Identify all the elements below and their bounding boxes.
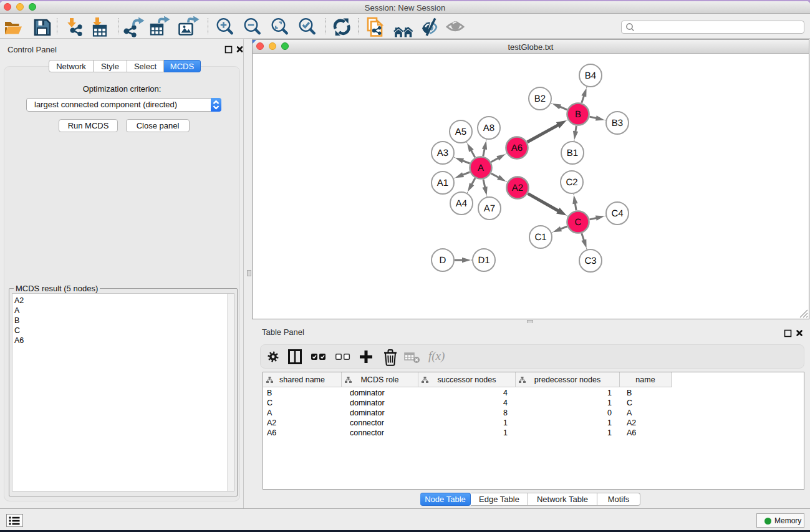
svg-text:A6: A6: [511, 143, 523, 153]
svg-text:A5: A5: [455, 127, 466, 137]
svg-text:B2: B2: [534, 94, 546, 104]
svg-text:C2: C2: [566, 177, 577, 188]
svg-text:D: D: [440, 255, 446, 266]
svg-text:B: B: [575, 109, 581, 120]
svg-text:B1: B1: [567, 148, 578, 158]
svg-text:C3: C3: [584, 256, 596, 266]
svg-text:C4: C4: [611, 208, 623, 219]
svg-text:A2: A2: [512, 183, 523, 193]
svg-text:A7: A7: [484, 203, 495, 214]
svg-text:A4: A4: [456, 198, 467, 209]
svg-text:C1: C1: [534, 232, 546, 243]
svg-text:D1: D1: [478, 255, 489, 266]
svg-text:A1: A1: [437, 178, 448, 188]
svg-text:B3: B3: [612, 118, 623, 128]
svg-text:A3: A3: [437, 148, 448, 158]
svg-text:A8: A8: [483, 123, 494, 133]
svg-text:A: A: [478, 163, 484, 173]
svg-text:C: C: [575, 217, 582, 228]
svg-text:B4: B4: [585, 70, 596, 81]
